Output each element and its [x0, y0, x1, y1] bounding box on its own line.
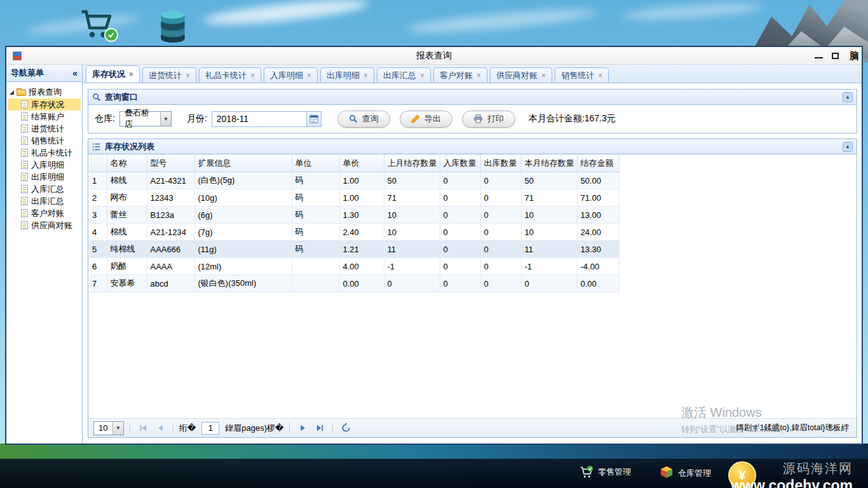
table-cell: 奶酪	[107, 258, 147, 275]
last-page-button[interactable]	[313, 421, 327, 435]
tree-node-root[interactable]: 报表查询	[8, 86, 81, 98]
nav-item[interactable]: 供应商对账	[8, 219, 81, 231]
table-row[interactable]: 5纯棉线AAA666(11g)码1.2111001113.30	[89, 241, 619, 258]
collapse-panel-button[interactable]: ▲	[843, 92, 853, 102]
table-row[interactable]: 3蕾丝B123a(6g)码1.3010001013.00	[89, 207, 619, 224]
tab-item[interactable]: 销售统计×	[555, 67, 609, 83]
nav-collapse-button[interactable]: «	[72, 68, 78, 78]
table-cell: (10g)	[194, 189, 292, 207]
tab-bar: 库存状况×进货统计×礼品卡统计×入库明细×出库明细×出库汇总×客户对账×供应商对…	[83, 65, 862, 83]
col-header[interactable]: 单位	[292, 155, 339, 172]
nav-item[interactable]: 入库汇总	[8, 183, 81, 195]
col-header[interactable]: 上月结存数量	[384, 155, 440, 172]
col-header[interactable]: 出库数量	[480, 155, 521, 172]
nav-item[interactable]: 结算账户	[8, 111, 81, 123]
col-header[interactable]: 名称	[107, 155, 147, 172]
titlebar[interactable]: 报表查询 脑	[6, 47, 862, 65]
tab-close-icon[interactable]: ×	[129, 71, 133, 78]
desktop-icon-retail-cart[interactable]	[74, 3, 119, 44]
taskbar-item-label: 零售管理	[598, 466, 631, 478]
tab-item[interactable]: 库存状况×	[86, 65, 140, 83]
table-cell: 50	[521, 172, 577, 189]
nav-item-label: 供应商对账	[31, 220, 72, 231]
next-page-button[interactable]	[295, 421, 309, 435]
table-row[interactable]: 1棉线A21-4321(白色)(5g)码1.0050005050.00	[89, 172, 619, 189]
table-row[interactable]: 2网布12343(10g)码1.0071007171.00	[89, 189, 619, 207]
taskbar-item-finance-coin[interactable]: ¥	[728, 461, 756, 488]
tab-label: 库存状况	[92, 69, 125, 80]
tab-close-icon[interactable]: ×	[250, 72, 255, 79]
list-icon	[92, 142, 101, 151]
warehouse-select[interactable]: 叠石桥店 ▼	[119, 111, 172, 126]
nav-item[interactable]: 库存状况	[8, 98, 81, 111]
table-cell: 13.30	[577, 241, 619, 258]
file-icon	[21, 137, 28, 145]
col-header[interactable]: 单价	[339, 155, 384, 172]
taskbar-item-retail[interactable]: 零售管理	[580, 465, 631, 479]
nav-item[interactable]: 进货统计	[8, 123, 81, 135]
row-number-cell: 1	[89, 172, 107, 189]
tab-item[interactable]: 礼品卡统计×	[199, 67, 261, 83]
file-icon	[21, 209, 28, 217]
nav-tree-children: 库存状况结算账户进货统计销售统计礼品卡统计入库明细出库明细入库汇总出库汇总客户对…	[8, 98, 81, 231]
nav-item[interactable]: 客户对账	[8, 207, 81, 219]
desktop-icon-database[interactable]	[155, 9, 191, 44]
search-button[interactable]: 查询	[337, 111, 390, 128]
nav-item-label: 结算账户	[31, 111, 64, 123]
col-header[interactable]: 扩展信息	[194, 155, 292, 172]
record-info-text: 鏄剧ず1鍒皫to},鍏眉total}璁板綍	[736, 423, 851, 433]
tab-item[interactable]: 出库明细×	[320, 67, 374, 83]
table-cell: (7g)	[194, 224, 292, 241]
table-row[interactable]: 4棉线A21-1234(7g)码2.4010001024.00	[89, 224, 619, 241]
dropdown-arrow-icon[interactable]: ▼	[160, 112, 171, 126]
refresh-button[interactable]	[339, 421, 353, 435]
tab-item[interactable]: 客户对账×	[433, 67, 487, 83]
export-button[interactable]: 导出	[400, 111, 452, 128]
nav-item[interactable]: 销售统计	[8, 135, 81, 147]
table-cell: 网布	[107, 189, 147, 207]
tab-item[interactable]: 入库明细×	[264, 67, 318, 83]
table-cell: 纯棉线	[107, 241, 147, 258]
tab-close-icon[interactable]: ×	[477, 72, 481, 79]
col-header[interactable]: 本月结存数量	[521, 155, 577, 172]
table-row[interactable]: 6奶酪AAAA(12ml)4.00-100-1-4.00	[89, 258, 619, 275]
print-button[interactable]: 打印	[462, 111, 515, 128]
nav-item-label: 库存状况	[31, 99, 64, 111]
table-row[interactable]: 7安慕希abcd(银白色)(350ml)0.0000000.00	[89, 275, 619, 292]
tab-close-icon[interactable]: ×	[363, 72, 368, 79]
cube-icon	[660, 465, 674, 481]
page-size-select[interactable]: 10 ▼	[93, 421, 124, 435]
taskbar-item-warehouse[interactable]: 仓库管理	[660, 465, 711, 481]
tree-expand-icon[interactable]	[10, 90, 14, 95]
calendar-button[interactable]	[306, 112, 321, 126]
file-icon	[21, 185, 28, 193]
collapse-panel-button[interactable]: ▲	[843, 142, 853, 152]
col-header[interactable]: 入库数量	[440, 155, 480, 172]
nav-item[interactable]: 出库明细	[8, 171, 81, 183]
tab-item[interactable]: 进货统计×	[142, 67, 196, 83]
table-cell: A21-4321	[147, 172, 194, 189]
tab-close-icon[interactable]: ×	[420, 72, 424, 79]
col-header[interactable]: 型号	[147, 155, 194, 172]
first-page-button[interactable]	[136, 421, 150, 435]
table-cell: 0	[440, 275, 480, 292]
maximize-button[interactable]	[832, 53, 839, 59]
tab-close-icon[interactable]: ×	[541, 72, 546, 79]
table-cell: (6g)	[194, 207, 292, 224]
tab-close-icon[interactable]: ×	[186, 72, 190, 79]
divider	[332, 423, 333, 433]
page-number-input[interactable]	[201, 422, 219, 435]
month-input[interactable]	[212, 112, 306, 126]
nav-item[interactable]: 礼品卡统计	[8, 147, 81, 159]
prev-page-button[interactable]	[153, 421, 167, 435]
col-header[interactable]: 结存金额	[577, 155, 619, 172]
query-panel: 查询窗口 ▲ 仓库: 叠石桥店 ▼ 月份:	[88, 89, 857, 133]
tab-item[interactable]: 出库汇总×	[377, 67, 431, 83]
tab-item[interactable]: 供应商对账×	[490, 67, 552, 83]
tab-close-icon[interactable]: ×	[307, 72, 311, 79]
tab-close-icon[interactable]: ×	[598, 72, 602, 79]
dropdown-arrow-icon[interactable]: ▼	[112, 422, 123, 435]
nav-item[interactable]: 出库汇总	[8, 195, 81, 207]
nav-item[interactable]: 入库明细	[8, 159, 81, 171]
minimize-button[interactable]	[815, 57, 823, 58]
